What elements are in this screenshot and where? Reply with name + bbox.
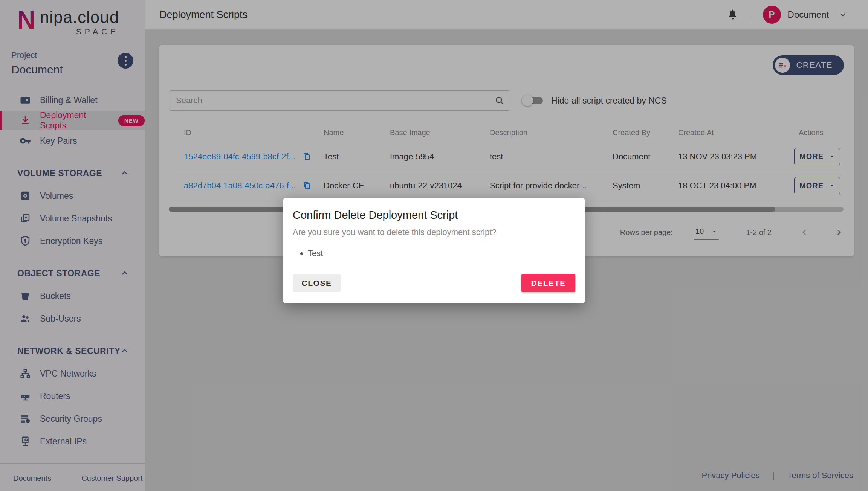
dialog-title: Confirm Delete Deployment Script xyxy=(293,209,575,221)
app-root: N nipa.cloud SPACE Project Document Bill… xyxy=(0,0,868,491)
dialog-message: Are you sure you want to delete this dep… xyxy=(293,227,575,237)
dialog-item-list: Test xyxy=(308,249,575,258)
confirm-delete-dialog: Confirm Delete Deployment Script Are you… xyxy=(283,198,585,303)
close-button[interactable]: CLOSE xyxy=(293,274,341,292)
dialog-item: Test xyxy=(308,249,575,258)
delete-button[interactable]: DELETE xyxy=(521,274,575,292)
